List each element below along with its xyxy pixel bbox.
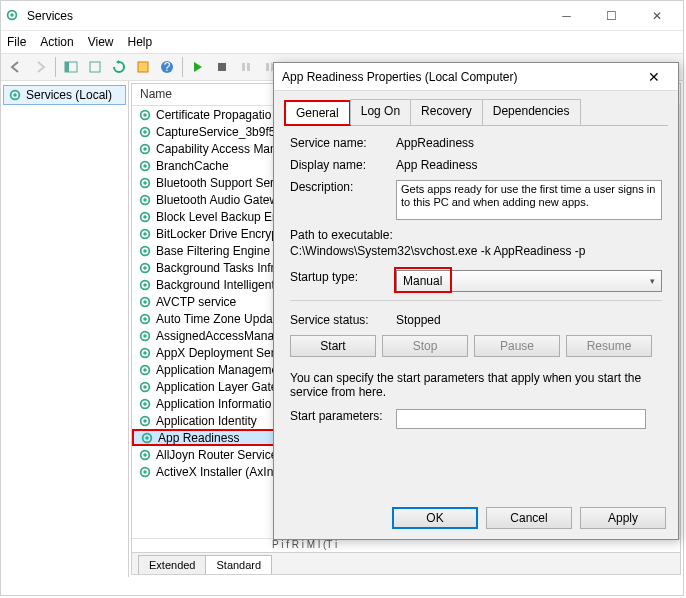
gear-icon xyxy=(138,176,152,190)
svg-point-55 xyxy=(143,453,147,457)
service-name-text: Application Informatio xyxy=(156,397,271,411)
service-name-text: Auto Time Zone Updat xyxy=(156,312,276,326)
window-controls: ─ ☐ ✕ xyxy=(544,2,679,30)
gear-icon xyxy=(138,108,152,122)
dialog-title: App Readiness Properties (Local Computer… xyxy=(282,70,638,84)
dialog-tab-strip: General Log On Recovery Dependencies xyxy=(284,99,668,126)
gear-icon xyxy=(140,431,154,445)
value-service-name: AppReadiness xyxy=(396,136,662,150)
service-control-buttons: Start Stop Pause Resume xyxy=(290,335,662,357)
window-title: Services xyxy=(27,9,544,23)
svg-point-39 xyxy=(143,317,147,321)
svg-point-35 xyxy=(143,283,147,287)
svg-point-49 xyxy=(143,402,147,406)
svg-point-41 xyxy=(143,334,147,338)
maximize-button[interactable]: ☐ xyxy=(589,2,634,30)
tab-log-on[interactable]: Log On xyxy=(350,99,411,125)
gear-icon xyxy=(138,380,152,394)
menu-action[interactable]: Action xyxy=(40,35,73,49)
svg-point-29 xyxy=(143,232,147,236)
tab-recovery[interactable]: Recovery xyxy=(410,99,483,125)
label-start-parameters: Start parameters: xyxy=(290,409,396,429)
start-parameters-input[interactable] xyxy=(396,409,646,429)
service-name-text: App Readiness xyxy=(158,431,239,445)
start-button[interactable]: Start xyxy=(290,335,376,357)
label-service-status: Service status: xyxy=(290,313,396,327)
tab-dependencies[interactable]: Dependencies xyxy=(482,99,581,125)
tree-root-services-local[interactable]: Services (Local) xyxy=(3,85,126,105)
service-name-text: Application Identity xyxy=(156,414,257,428)
service-name-text: Bluetooth Audio Gatew xyxy=(156,193,278,207)
menu-file[interactable]: File xyxy=(7,35,26,49)
export-button[interactable] xyxy=(84,56,106,78)
svg-point-45 xyxy=(143,368,147,372)
gear-icon xyxy=(138,312,152,326)
pause-button[interactable]: Pause xyxy=(474,335,560,357)
apply-button[interactable]: Apply xyxy=(580,507,666,529)
tab-general[interactable]: General xyxy=(284,100,351,126)
refresh-button[interactable] xyxy=(108,56,130,78)
service-name-text: BitLocker Drive Encrypt xyxy=(156,227,281,241)
gear-icon xyxy=(138,448,152,462)
bottom-tabs: Extended Standard xyxy=(132,552,680,574)
svg-point-33 xyxy=(143,266,147,270)
cancel-button[interactable]: Cancel xyxy=(486,507,572,529)
stop-button[interactable]: Stop xyxy=(382,335,468,357)
service-name-text: Application Manageme xyxy=(156,363,278,377)
close-button[interactable]: ✕ xyxy=(634,2,679,30)
separator xyxy=(55,57,56,77)
pause-service-button[interactable] xyxy=(235,56,257,78)
svg-point-13 xyxy=(13,93,17,97)
minimize-button[interactable]: ─ xyxy=(544,2,589,30)
label-display-name: Display name: xyxy=(290,158,396,172)
svg-point-37 xyxy=(143,300,147,304)
service-name-text: Background Tasks Infra xyxy=(156,261,281,275)
service-name-text: AppX Deployment Serv xyxy=(156,346,281,360)
label-startup-type: Startup type: xyxy=(290,270,396,292)
menu-view[interactable]: View xyxy=(88,35,114,49)
svg-point-15 xyxy=(143,113,147,117)
dialog-close-button[interactable]: ✕ xyxy=(638,69,670,85)
svg-point-31 xyxy=(143,249,147,253)
service-name-text: Capability Access Man xyxy=(156,142,277,156)
resume-button[interactable]: Resume xyxy=(566,335,652,357)
svg-rect-4 xyxy=(90,62,100,72)
stop-service-button[interactable] xyxy=(211,56,233,78)
service-name-text: Background Intelligent xyxy=(156,278,275,292)
ok-button[interactable]: OK xyxy=(392,507,478,529)
gear-icon xyxy=(138,465,152,479)
properties-button[interactable] xyxy=(132,56,154,78)
svg-point-51 xyxy=(143,419,147,423)
help-button[interactable]: ? xyxy=(156,56,178,78)
menu-help[interactable]: Help xyxy=(128,35,153,49)
back-button[interactable] xyxy=(5,56,27,78)
gear-icon xyxy=(138,329,152,343)
gear-icon xyxy=(138,227,152,241)
show-hide-tree-button[interactable] xyxy=(60,56,82,78)
forward-button[interactable] xyxy=(29,56,51,78)
gear-icon xyxy=(138,363,152,377)
value-description[interactable]: Gets apps ready for use the first time a… xyxy=(396,180,662,220)
tab-standard[interactable]: Standard xyxy=(205,555,272,574)
tab-extended[interactable]: Extended xyxy=(138,555,206,574)
menubar: File Action View Help xyxy=(1,31,683,53)
gear-icon xyxy=(138,142,152,156)
separator xyxy=(182,57,183,77)
console-tree: Services (Local) xyxy=(1,81,129,577)
svg-rect-9 xyxy=(242,63,245,71)
gear-icon xyxy=(138,414,152,428)
service-name-text: AllJoyn Router Service xyxy=(156,448,277,462)
gear-icon xyxy=(138,397,152,411)
service-name-text: Bluetooth Support Serv xyxy=(156,176,280,190)
svg-rect-3 xyxy=(65,62,69,72)
start-service-button[interactable] xyxy=(187,56,209,78)
service-name-text: ActiveX Installer (AxIns xyxy=(156,465,279,479)
services-icon xyxy=(8,88,22,102)
start-params-hint: You can specify the start parameters tha… xyxy=(290,371,662,399)
chevron-down-icon: ▾ xyxy=(650,276,655,286)
gear-icon xyxy=(138,159,152,173)
tree-root-label: Services (Local) xyxy=(26,88,112,102)
svg-point-21 xyxy=(143,164,147,168)
properties-dialog: App Readiness Properties (Local Computer… xyxy=(273,62,679,540)
svg-point-47 xyxy=(143,385,147,389)
